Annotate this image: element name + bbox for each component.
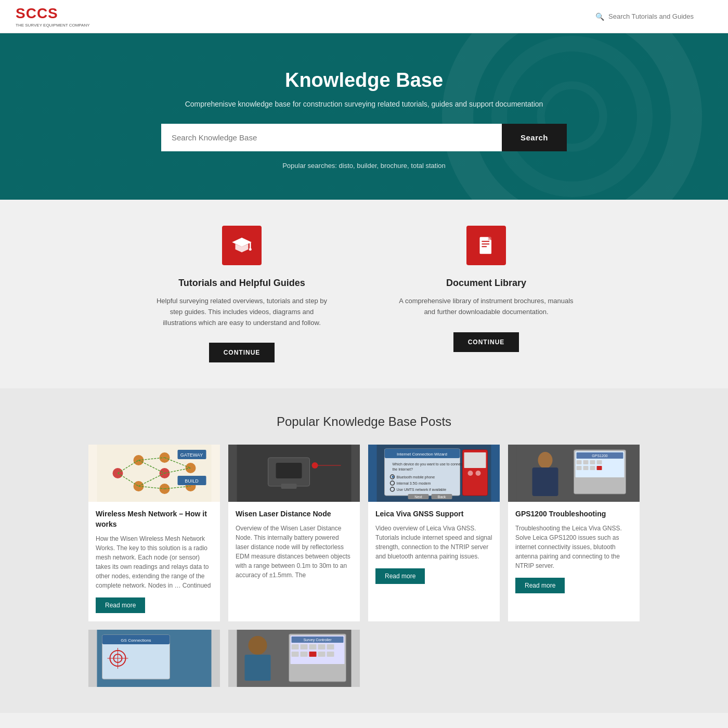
gps-thumb: GPS1200 <box>508 445 640 502</box>
categories-inner: Tutorials and Helpful Guides Helpful sur… <box>130 226 598 362</box>
post-excerpt-3: Video overview of Leica Viva GNSS. Tutor… <box>375 524 492 561</box>
svg-rect-95 <box>292 652 299 657</box>
search-icon: 🔍 <box>595 12 604 21</box>
documents-desc: A comprehensive library of instrument br… <box>398 296 575 318</box>
svg-rect-37 <box>276 463 302 478</box>
svg-rect-90 <box>292 644 299 649</box>
logo-sub: THE SURVEY EQUIPMENT COMPANY <box>16 23 90 28</box>
svg-text:the Internet?: the Internet? <box>393 467 413 471</box>
svg-rect-97 <box>309 652 317 657</box>
tutorials-icon-box <box>222 226 262 265</box>
post5-thumb: GS Connections <box>88 630 220 687</box>
post-body-4: GPS1200 Troubleshooting Troubleshooting … <box>508 502 640 602</box>
post-excerpt-1: How the Wisen Wireless Mesh Network Work… <box>96 534 213 590</box>
svg-text:Which device do you want to us: Which device do you want to use to conne… <box>393 462 467 466</box>
post-thumb-1: GATEWAY BUILD <box>88 445 220 502</box>
post-card-6: Survey Controller <box>228 630 360 687</box>
svg-text:Back: Back <box>438 495 446 499</box>
svg-text:BUILD: BUILD <box>185 478 199 484</box>
svg-rect-71 <box>590 460 595 464</box>
post-card-wireless-mesh: GATEWAY BUILD Wireless Mesh Network – Ho… <box>88 445 220 621</box>
svg-rect-93 <box>318 644 326 649</box>
post-title-2: Wisen Laser Distance Node <box>236 509 353 519</box>
documents-title: Document Library <box>382 278 590 289</box>
svg-point-6 <box>249 248 252 251</box>
post-thumb-4: GPS1200 <box>508 445 640 502</box>
svg-rect-98 <box>318 652 326 657</box>
svg-rect-70 <box>583 460 589 464</box>
hero-section: Knowledge Base Comprehenisve knowledge b… <box>0 33 728 200</box>
svg-rect-94 <box>327 644 334 649</box>
svg-point-48 <box>392 476 394 478</box>
svg-rect-64 <box>532 467 558 496</box>
graduation-cap-icon <box>231 235 252 256</box>
svg-text:Internet Connection Wizard: Internet Connection Wizard <box>397 452 447 457</box>
svg-marker-3 <box>232 238 252 247</box>
post-card-laser: Wisen Laser Distance Node Overview of th… <box>228 445 360 621</box>
read-more-button-1[interactable]: Read more <box>96 597 145 613</box>
popular-posts-section: Popular Knowledge Base Posts <box>0 388 728 712</box>
laser-thumb <box>228 445 360 502</box>
post-thumb-3: Internet Connection Wizard Which device … <box>368 445 500 502</box>
header-search: 🔍 <box>595 12 712 21</box>
svg-text:Survey Controller: Survey Controller <box>303 638 332 642</box>
post-thumb-2 <box>228 445 360 502</box>
posts-grid: GATEWAY BUILD Wireless Mesh Network – Ho… <box>88 445 640 621</box>
svg-point-60 <box>468 471 473 476</box>
post-title-4: GPS1200 Troubleshooting <box>515 509 632 519</box>
svg-text:Internal 3.5G modem: Internal 3.5G modem <box>397 482 431 485</box>
search-bar: Search <box>161 124 567 151</box>
svg-rect-59 <box>464 452 486 468</box>
post-excerpt-4: Troubleshooting the Leica Viva GNSS. Sol… <box>515 524 632 570</box>
post-thumb-5: GS Connections <box>88 630 220 687</box>
svg-text:GS Connections: GS Connections <box>121 638 151 643</box>
svg-rect-99 <box>327 652 334 657</box>
post-thumb-6: Survey Controller <box>228 630 360 687</box>
svg-rect-75 <box>590 466 595 470</box>
svg-rect-69 <box>577 460 582 464</box>
category-tutorials: Tutorials and Helpful Guides Helpful sur… <box>138 226 346 362</box>
read-more-button-3[interactable]: Read more <box>375 568 425 584</box>
svg-text:Use UMTS network if available: Use UMTS network if available <box>397 488 447 491</box>
categories-section: Tutorials and Helpful Guides Helpful sur… <box>0 200 728 388</box>
tutorials-continue-button[interactable]: CONTINUE <box>209 343 275 362</box>
svg-text:Next: Next <box>414 495 422 499</box>
header-search-input[interactable] <box>608 12 712 20</box>
svg-text:GPS1200: GPS1200 <box>592 454 607 458</box>
read-more-button-4[interactable]: Read more <box>515 578 565 593</box>
post-title-3: Leica Viva GNSS Support <box>375 509 492 519</box>
svg-rect-40 <box>281 484 297 489</box>
svg-rect-10 <box>482 246 487 247</box>
search-button[interactable]: Search <box>502 124 567 151</box>
document-icon <box>476 235 497 256</box>
documents-continue-button[interactable]: CONTINUE <box>453 332 519 352</box>
tutorials-desc: Helpful surveying related overviews, tut… <box>153 296 330 328</box>
post-body-1: Wireless Mesh Network – How it works How… <box>88 502 220 621</box>
svg-rect-96 <box>301 652 308 657</box>
svg-text:GATEWAY: GATEWAY <box>180 452 203 458</box>
post-body-3: Leica Viva GNSS Support Video overview o… <box>368 502 500 592</box>
header: SCCS THE SURVEY EQUIPMENT COMPANY 🔍 <box>0 0 728 33</box>
post-card-leica: Internet Connection Wizard Which device … <box>368 445 500 621</box>
post6-thumb: Survey Controller <box>228 630 360 687</box>
documents-icon-box <box>466 226 506 265</box>
post-card-5: GS Connections <box>88 630 220 687</box>
mesh-network-thumb: GATEWAY BUILD <box>88 445 220 502</box>
knowledge-base-search-input[interactable] <box>161 124 502 151</box>
popular-posts-title: Popular Knowledge Base Posts <box>10 414 718 429</box>
hero-title: Knowledge Base <box>156 69 572 92</box>
svg-rect-76 <box>597 466 602 470</box>
svg-text:Bluetooth mobile phone: Bluetooth mobile phone <box>397 475 435 479</box>
post-body-2: Wisen Laser Distance Node Overview of th… <box>228 502 360 595</box>
svg-point-38 <box>312 462 318 469</box>
svg-rect-9 <box>482 243 489 244</box>
svg-rect-72 <box>597 460 602 464</box>
svg-rect-8 <box>482 241 489 242</box>
post-title-1: Wireless Mesh Network – How it works <box>96 509 213 529</box>
category-documents: Document Library A comprehensive library… <box>382 226 590 362</box>
svg-point-63 <box>538 452 553 469</box>
posts-row2: GS Connections Survey Controller <box>88 630 640 687</box>
leica-thumb: Internet Connection Wizard Which device … <box>368 445 500 502</box>
logo-text: SCCS <box>16 5 58 21</box>
tutorials-title: Tutorials and Helpful Guides <box>138 278 346 289</box>
